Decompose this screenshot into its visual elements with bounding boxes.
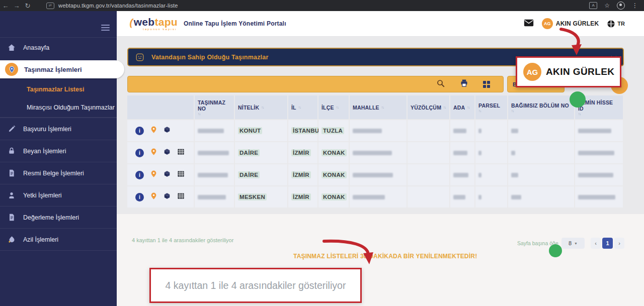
refresh-notice: TAŞINMAZ LİSTELERİ 30 DAKİKADA BİR YENİL… — [293, 253, 477, 260]
sort-icon[interactable]: ↑↓ — [298, 106, 301, 109]
sidebar-item-anasayfa[interactable]: Anasayfa — [0, 37, 117, 58]
header-ilce[interactable]: İLÇE↑↓ — [318, 95, 349, 119]
portal-title: Online Tapu İşlem Yönetimi Portalı — [184, 20, 286, 27]
table-grid-icon[interactable] — [177, 192, 185, 201]
per-page-select[interactable]: 8 ▼ — [561, 238, 585, 249]
table-row: i DAİRE İZMİR KONAK — [127, 142, 624, 163]
annotation-green-dot-top — [570, 91, 586, 108]
forward-icon[interactable]: → — [11, 2, 22, 10]
info-icon[interactable]: i — [135, 171, 144, 179]
app-header: ( web tapu tapunun kapısı Online Tapu İş… — [117, 11, 644, 37]
browser-profile-icon[interactable] — [617, 2, 625, 10]
sidebar-item-yetki[interactable]: Yetki İşlemleri — [0, 184, 117, 206]
sort-icon[interactable]: ↑↓ — [443, 106, 446, 109]
cell-nitelik: DAİRE — [238, 149, 260, 156]
map-pin-icon[interactable] — [150, 170, 157, 180]
bookmark-star-icon[interactable]: ☆ — [604, 2, 610, 9]
header-bagimsiz-bolum-no[interactable]: BAĞIMSIZ BÖLÜM NO↑↓ — [508, 95, 574, 119]
annotation-records-callout: 4 kayıttan 1 ile 4 arasındakiler gösteri… — [149, 268, 362, 303]
translate-icon[interactable]: A — [589, 2, 597, 9]
cube-icon[interactable] — [164, 148, 171, 157]
hamburger-menu-icon[interactable] — [101, 23, 110, 32]
info-icon[interactable]: i — [135, 127, 144, 135]
pagination-prev-button[interactable]: ‹ — [591, 238, 601, 249]
cell-nitelik: KONUT — [238, 127, 262, 134]
cube-icon[interactable] — [164, 192, 171, 201]
sidebar-item-azil[interactable]: Azil İşlemleri — [0, 228, 117, 251]
sort-icon[interactable]: ↑↓ — [467, 106, 469, 109]
grid-view-icon[interactable] — [483, 81, 490, 88]
redacted-value — [478, 151, 481, 155]
sort-icon[interactable]: ↑↓ — [578, 112, 581, 116]
header-parsel[interactable]: PARSEL↑↓ — [475, 95, 507, 119]
cube-icon[interactable] — [164, 126, 171, 135]
cube-icon[interactable] — [164, 170, 171, 179]
header-nitelik[interactable]: NİTELİK↑↓ — [235, 95, 287, 119]
redacted-value — [511, 195, 521, 199]
table-header-row: TAŞINMAZ NO↑↓ NİTELİK↑↓ İL↑↓ İLÇE↑↓ MAHA… — [127, 95, 624, 119]
webtapu-portal-page: { "browser": { "url": "webtapu.tkgm.gov.… — [0, 0, 644, 306]
back-icon[interactable]: ← — [0, 2, 11, 10]
map-pin-icon[interactable] — [150, 148, 157, 158]
sort-icon[interactable]: ↑↓ — [478, 109, 481, 113]
table-toolbar — [127, 76, 504, 92]
properties-table: TAŞINMAZ NO↑↓ NİTELİK↑↓ İL↑↓ İLÇE↑↓ MAHA… — [127, 95, 624, 209]
map-pin-icon[interactable] — [150, 192, 157, 202]
pagination-page-1[interactable]: 1 — [602, 238, 613, 249]
sort-icon[interactable]: ↑↓ — [198, 112, 200, 116]
location-pin-icon — [5, 63, 18, 76]
sidebar-subitem-tasinmazlar-listesi[interactable]: Taşınmazlar Listesi — [0, 81, 117, 98]
info-icon[interactable]: i — [135, 149, 144, 157]
pen-icon — [6, 125, 17, 133]
url-field[interactable]: webtapu.tkgm.gov.tr/vatandas/tasinmazlar… — [58, 3, 178, 9]
print-icon[interactable] — [459, 79, 469, 90]
mail-icon[interactable] — [524, 19, 534, 29]
table-grid-icon[interactable] — [177, 148, 185, 157]
redacted-value — [353, 151, 392, 155]
sidebar-item-tasinmaz-islemleri[interactable]: Taşınmaz İşlemleri — [0, 60, 124, 78]
pagination-next-button[interactable]: › — [614, 238, 624, 249]
redacted-value — [198, 195, 226, 199]
site-info-icon[interactable]: ⇄ — [46, 3, 54, 9]
table-row: i MESKEN İZMİR KONAK — [127, 186, 624, 208]
redacted-value — [198, 173, 228, 177]
user-name[interactable]: AKIN GÜRLEK — [556, 20, 599, 27]
language-selector[interactable]: TR — [607, 20, 625, 28]
sidebar-item-label: Anasayfa — [23, 44, 49, 51]
sort-icon[interactable]: ↑↓ — [336, 106, 339, 109]
sort-icon[interactable]: ↑↓ — [261, 106, 264, 109]
browser-menu-icon[interactable]: ⋮ — [632, 2, 638, 9]
map-pin-icon[interactable] — [150, 126, 157, 136]
panel-list-icon — [135, 53, 144, 62]
header-tasinmaz-no[interactable]: TAŞINMAZ NO↑↓ — [195, 95, 234, 119]
redacted-value — [453, 195, 465, 199]
annotation-green-dot-bottom — [549, 244, 562, 257]
sidebar-subitem-mirascisi[interactable]: Mirasçısı Olduğum Taşınmazlar — [0, 98, 117, 118]
sort-icon[interactable]: ↑↓ — [511, 109, 514, 113]
user-avatar[interactable]: AG — [542, 18, 553, 29]
redacted-value — [453, 129, 466, 133]
redacted-value — [198, 129, 224, 133]
sidebar-item-resmi-belge[interactable]: Resmi Belge İşlemleri — [0, 162, 117, 184]
header-yuzolcum[interactable]: YÜZÖLÇÜM↑↓ — [408, 95, 449, 119]
lock-icon — [6, 147, 17, 155]
header-ada[interactable]: ADA↑↓ — [450, 95, 474, 119]
document-icon — [6, 213, 17, 222]
webtapu-logo[interactable]: ( web tapu tapunun kapısı — [130, 17, 178, 31]
sidebar-item-degerleme[interactable]: Değerleme İşlemleri — [0, 206, 117, 228]
redacted-value — [478, 195, 481, 199]
sidebar-item-beyan[interactable]: Beyan İşlemleri — [0, 140, 117, 162]
records-count-text: 4 kayıttan 1 ile 4 arasındakiler gösteri… — [132, 237, 233, 243]
info-icon[interactable]: i — [135, 193, 144, 201]
search-icon[interactable] — [436, 79, 445, 90]
redacted-value — [353, 195, 385, 199]
redacted-value — [578, 129, 611, 133]
table-grid-icon[interactable] — [177, 170, 185, 179]
redacted-value — [578, 173, 613, 177]
sidebar-item-basvuru[interactable]: Başvuru İşlemleri — [0, 118, 117, 140]
header-il[interactable]: İL↑↓ — [288, 95, 317, 119]
sort-icon[interactable]: ↑↓ — [381, 106, 384, 109]
redacted-value — [198, 151, 229, 155]
reload-icon[interactable]: ↻ — [22, 2, 33, 10]
header-mahalle[interactable]: MAHALLE↑↓ — [350, 95, 407, 119]
